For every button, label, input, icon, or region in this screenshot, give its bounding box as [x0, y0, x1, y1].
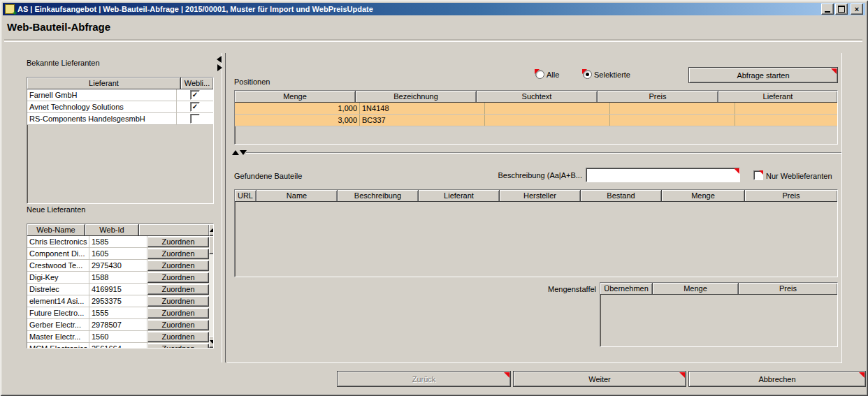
table-row[interactable]: Avnet Technology Solutions✓: [27, 101, 213, 113]
column-header-lieferant[interactable]: Lieferant: [718, 91, 837, 103]
beschreibung-label: Beschreibung (Aa|A+B...: [433, 171, 582, 179]
table-row[interactable]: Farnell GmbH✓: [27, 89, 213, 101]
weblieferant-checkbox[interactable]: [190, 114, 200, 124]
action-cell: Zuordnen: [147, 307, 209, 318]
neue-lieferanten-scrollbar[interactable]: [209, 224, 214, 348]
column-header-web-id[interactable]: Web-Id: [85, 224, 139, 236]
action-cell: Zuordnen: [147, 260, 209, 271]
web-name-cell: Gerber Electr...: [27, 319, 89, 330]
neue-lieferanten-table: Web-Name Web-Id Chris Electronics1585Zuo…: [27, 223, 214, 349]
table-row[interactable]: element14 Asi...2953375Zuordnen: [27, 295, 209, 307]
splitter-collapse-left-icon[interactable]: [217, 56, 222, 63]
scroll-down-icon: [210, 340, 214, 344]
zurueck-label: Zurück: [412, 375, 436, 383]
column-header-weblieferant[interactable]: Webli...: [181, 78, 213, 89]
column-header-menge[interactable]: Menge: [662, 190, 745, 202]
supplier-name-cell: Farnell GmbH: [27, 89, 177, 101]
column-header-name[interactable]: Name: [256, 190, 338, 202]
action-cell: Zuordnen: [147, 272, 209, 283]
web-id-cell: 1605: [89, 248, 147, 259]
abbrechen-button[interactable]: Abbrechen: [688, 371, 866, 387]
maximize-icon: [838, 6, 845, 13]
column-header-lieferant[interactable]: Lieferant: [419, 190, 500, 202]
beschreibung-input[interactable]: [588, 170, 737, 180]
application-window: + AS | Einkaufsangebot | Web-Bauteil-Abf…: [0, 0, 868, 396]
column-header-bestand[interactable]: Bestand: [581, 190, 662, 202]
column-header-lieferant[interactable]: Lieferant: [27, 78, 181, 89]
vertical-splitter[interactable]: [222, 53, 222, 362]
weblieferant-checkbox[interactable]: ✓: [190, 90, 200, 100]
column-header-menge[interactable]: Menge: [235, 91, 356, 103]
mengenstaffel-label: Mengenstaffel: [489, 285, 596, 293]
column-header-web-name[interactable]: Web-Name: [27, 224, 85, 236]
menge-cell: 1,000: [235, 103, 360, 114]
scroll-up-button[interactable]: [209, 224, 214, 236]
weblieferant-cell: [177, 113, 213, 124]
table-row[interactable]: Gerber Electr...2978507Zuordnen: [27, 319, 209, 331]
zuordnen-button[interactable]: Zuordnen: [147, 249, 209, 259]
column-header-suchtext[interactable]: Suchtext: [477, 91, 598, 103]
radio-alle[interactable]: [535, 70, 544, 79]
column-header-uebernehmen[interactable]: Übernehmen: [600, 283, 653, 295]
bekannte-lieferanten-label: Bekannte Lieferanten: [27, 59, 100, 67]
splitter-collapse-right-icon[interactable]: [217, 64, 222, 71]
close-button[interactable]: ×: [851, 3, 863, 15]
radio-selektierte-label[interactable]: Selektierte: [594, 71, 630, 79]
column-header-beschreibung[interactable]: Beschreibung: [338, 190, 419, 202]
web-id-cell: 2975430: [89, 260, 147, 271]
column-header-bezeichnung[interactable]: Bezeichnung: [356, 91, 477, 103]
positionen-label: Positionen: [234, 78, 270, 86]
table-row[interactable]: Digi-Key1588Zuordnen: [27, 272, 209, 284]
table-row[interactable]: Future Electro...1555Zuordnen: [27, 307, 209, 319]
column-header-preis[interactable]: Preis: [598, 91, 718, 103]
table-row[interactable]: Master Electr...1560Zuordnen: [27, 331, 209, 343]
abfrage-starten-button[interactable]: Abfrage starten: [688, 67, 838, 83]
zuordnen-button[interactable]: Zuordnen: [147, 237, 209, 247]
splitter-collapse-up-icon[interactable]: [232, 150, 239, 155]
maximize-button[interactable]: [835, 3, 848, 15]
position-row[interactable]: 3,000BC337: [235, 115, 837, 126]
column-header-hersteller[interactable]: Hersteller: [500, 190, 581, 202]
positionen-table: Menge Bezeichnung Suchtext Preis Liefera…: [234, 90, 838, 145]
plus-icon: +: [13, 10, 17, 17]
web-name-cell: Master Electr...: [27, 331, 89, 342]
table-row[interactable]: Component Di...1605Zuordnen: [27, 248, 209, 260]
table-row[interactable]: RS-Components HandelsgesmbH: [27, 113, 213, 125]
table-row[interactable]: MCM Electronics2561664Zuordnen: [27, 343, 209, 349]
minimize-button[interactable]: [821, 3, 834, 15]
zuordnen-button[interactable]: Zuordnen: [147, 320, 209, 330]
zuordnen-button[interactable]: Zuordnen: [147, 308, 209, 318]
table-row[interactable]: Distrelec4169915Zuordnen: [27, 284, 209, 295]
radio-alle-label[interactable]: Alle: [547, 71, 559, 79]
zurueck-button[interactable]: Zurück: [337, 371, 511, 387]
column-header-url[interactable]: URL: [235, 190, 256, 202]
scroll-down-button[interactable]: [209, 336, 214, 348]
weiter-button[interactable]: Weiter: [513, 371, 686, 387]
action-cell: Zuordnen: [147, 236, 209, 247]
nur-weblieferanten-label[interactable]: Nur Weblieferanten: [766, 172, 832, 180]
zuordnen-button[interactable]: Zuordnen: [147, 272, 209, 283]
position-row[interactable]: 1,0001N4148: [235, 103, 837, 115]
column-header-preis[interactable]: Preis: [745, 190, 837, 202]
zuordnen-button[interactable]: Zuordnen: [147, 344, 209, 349]
scrollbar-thumb[interactable]: [209, 236, 214, 254]
column-header-preis[interactable]: Preis: [739, 283, 837, 295]
scrollbar-track[interactable]: [209, 254, 214, 336]
changed-marker: [535, 69, 540, 74]
table-row[interactable]: Crestwood Te...2975430Zuordnen: [27, 260, 209, 272]
bekannte-lieferanten-body: Farnell GmbH✓Avnet Technology Solutions✓…: [27, 89, 213, 125]
web-name-cell: Digi-Key: [27, 272, 89, 283]
web-name-cell: Future Electro...: [27, 307, 89, 318]
column-header-menge[interactable]: Menge: [653, 283, 739, 295]
weblieferant-checkbox[interactable]: ✓: [190, 102, 200, 112]
nur-weblieferanten-checkbox[interactable]: [753, 170, 763, 180]
radio-selektierte[interactable]: [583, 70, 592, 79]
zuordnen-button[interactable]: Zuordnen: [147, 261, 209, 271]
zuordnen-button[interactable]: Zuordnen: [147, 284, 209, 295]
web-name-cell: MCM Electronics: [27, 343, 89, 349]
table-row[interactable]: Chris Electronics1585Zuordnen: [27, 236, 209, 248]
zuordnen-button[interactable]: Zuordnen: [147, 332, 209, 342]
zuordnen-button[interactable]: Zuordnen: [147, 296, 209, 307]
abfrage-starten-label: Abfrage starten: [737, 71, 789, 80]
column-header-action[interactable]: [139, 224, 209, 236]
